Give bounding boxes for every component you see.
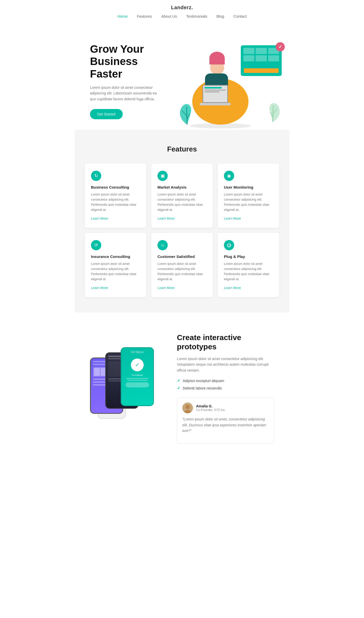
author-avatar — [182, 403, 193, 413]
feature-link-5[interactable]: Learn More — [224, 286, 241, 290]
laptop-base — [200, 103, 231, 105]
person-hair — [209, 52, 225, 64]
laptop-screen — [202, 85, 228, 103]
hero-title: Grow Your Business Faster — [90, 43, 177, 80]
nav-item-contact[interactable]: Contact — [233, 14, 247, 18]
proto-text: Create interactive prototypes Lorem ipsu… — [177, 333, 274, 443]
check-icon-0: ✓ — [177, 378, 180, 383]
feature-icon-2: ◉ — [224, 171, 234, 181]
nav-item-home[interactable]: Home — [117, 14, 128, 18]
monitor-bar — [244, 68, 279, 73]
author-info: Amalia G. Co-Founder, XYZ Inc. — [196, 404, 226, 412]
nav-item-about-us[interactable]: About Us — [161, 14, 177, 18]
testimonial-quote: "Lorem ipsum dolor sit amet, consectetur… — [182, 416, 269, 433]
author-name: Amalia G. — [196, 404, 226, 408]
feature-card-2: ◉ User Monitoring Lorem ipsum dolor sit … — [218, 164, 279, 228]
feature-desc-3: Lorem ipsum dolor sit amet consectetur a… — [91, 261, 140, 282]
features-section: Features ↻ Business Consulting Lorem ips… — [75, 130, 289, 312]
author-role: Co-Founder, XYZ Inc. — [196, 408, 226, 412]
features-title: Features — [85, 145, 279, 153]
feature-title-5: Plug & Play — [224, 254, 273, 259]
main-nav: HomeFeaturesAbout UsTestimonialsBlogCont… — [75, 10, 289, 22]
site-logo: Landerz. — [171, 5, 193, 10]
feature-title-1: Market Analysis — [157, 185, 207, 189]
svg-point-7 — [185, 405, 190, 409]
feature-link-2[interactable]: Learn More — [224, 216, 241, 220]
get-started-button[interactable]: Get Started — [90, 109, 123, 119]
feature-card-1: ▣ Market Analysis Lorem ipsum dolor sit … — [151, 164, 213, 228]
checklist-label-1: Deleniti labore reiciendis — [183, 386, 222, 390]
proto-title: Create interactive prototypes — [177, 333, 274, 351]
feature-title-2: User Monitoring — [224, 185, 273, 189]
prototypes-section: Get Signup ✓ Completed Create interactiv… — [75, 312, 289, 464]
feature-link-0[interactable]: Learn More — [91, 216, 108, 220]
nav-item-features[interactable]: Features — [137, 14, 152, 18]
feature-title-3: Insurance Consulting — [91, 254, 140, 259]
feature-title-4: Customer Satistified — [157, 254, 207, 259]
checklist-item-0: ✓Adipisci excepturi aliquam — [177, 378, 274, 383]
testimonial-author: Amalia G. Co-Founder, XYZ Inc. — [182, 403, 269, 413]
header: Landerz. HomeFeaturesAbout UsTestimonial… — [75, 0, 289, 22]
feature-card-0: ↻ Business Consulting Lorem ipsum dolor … — [85, 164, 146, 228]
feature-desc-0: Lorem ipsum dolor sit amet consectetur a… — [91, 192, 140, 212]
monitor: ✓ — [241, 45, 282, 76]
checklist-label-0: Adipisci excepturi aliquam — [183, 379, 224, 383]
feature-card-4: ☺ Customer Satistified Lorem ipsum dolor… — [151, 233, 213, 297]
nav-item-testimonials[interactable]: Testimonials — [186, 14, 207, 18]
feature-link-3[interactable]: Learn More — [91, 286, 108, 290]
check-circle-icon: ✓ — [276, 42, 285, 51]
nav-item-blog[interactable]: Blog — [217, 14, 224, 18]
feature-desc-2: Lorem ipsum dolor sit amet consectetur a… — [224, 192, 273, 212]
hero-text: Grow Your Business Faster Lorem ipsum do… — [90, 43, 177, 119]
feature-link-4[interactable]: Learn More — [157, 286, 174, 290]
feature-card-5: ⏻ Plug & Play Lorem ipsum dolor sit amet… — [218, 233, 279, 297]
feature-link-1[interactable]: Learn More — [157, 216, 174, 220]
feature-card-3: ⟳ Insurance Consulting Lorem ipsum dolor… — [85, 233, 146, 297]
feature-desc-1: Lorem ipsum dolor sit amet consectetur a… — [157, 192, 207, 212]
phone-mockups: Get Signup ✓ Completed — [90, 347, 162, 429]
phone-mockup-3: Get Signup ✓ Completed — [121, 347, 154, 406]
feature-icon-4: ☺ — [157, 240, 168, 250]
phone-check-icon: ✓ — [131, 359, 144, 371]
checklist-item-1: ✓Deleniti labore reiciendis — [177, 386, 274, 391]
hero-description: Lorem ipsum dolor sit amet consectetur a… — [90, 85, 162, 102]
feature-title-0: Business Consulting — [91, 185, 140, 189]
testimonial-card: Amalia G. Co-Founder, XYZ Inc. "Lorem ip… — [177, 398, 274, 443]
hero-illustration: ✓ — [177, 32, 284, 130]
feature-icon-0: ↻ — [91, 171, 101, 181]
leaf-left-icon — [177, 102, 197, 127]
feature-desc-4: Lorem ipsum dolor sit amet consectetur a… — [157, 261, 207, 282]
feature-icon-5: ⏻ — [224, 240, 234, 250]
feature-icon-1: ▣ — [157, 171, 168, 181]
feature-desc-5: Lorem ipsum dolor sit amet consectetur a… — [224, 261, 273, 282]
proto-description: Lorem ipsum dolor sit amet consectetur a… — [177, 356, 274, 373]
check-icon-1: ✓ — [177, 386, 180, 391]
hero-section: Grow Your Business Faster Lorem ipsum do… — [75, 22, 289, 130]
leaf-right-icon — [263, 102, 283, 125]
feature-icon-3: ⟳ — [91, 240, 101, 250]
